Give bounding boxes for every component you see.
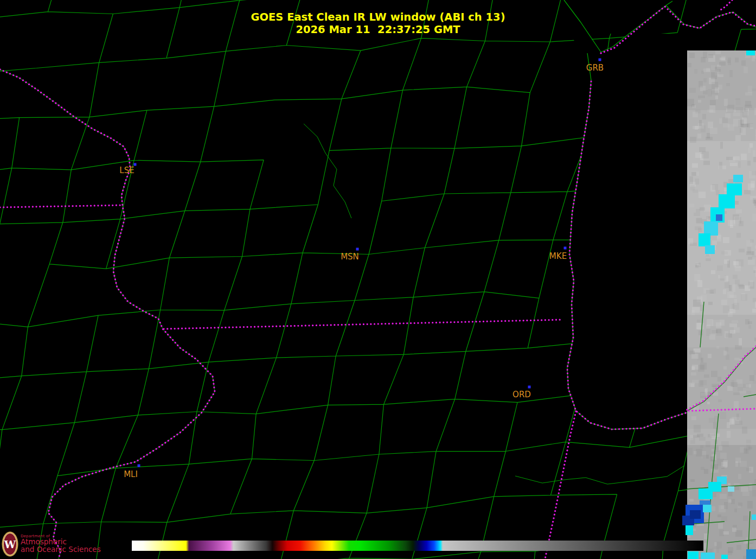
- satellite-map-canvas: GRBLSEMSNMKEORDMLI: [0, 0, 756, 559]
- station-marker-MSN: [356, 248, 359, 251]
- station-marker-GRB: [599, 59, 601, 61]
- cloud-deck: [682, 50, 756, 559]
- logo-name-line2: and Oceanic Sciences: [21, 546, 101, 554]
- station-marker-MLI: [138, 465, 140, 467]
- station-label-MKE: MKE: [549, 251, 567, 261]
- image-title: GOES East Clean IR LW window (ABI ch 13)…: [0, 11, 756, 36]
- map-background: [0, 0, 756, 559]
- station-label-MSN: MSN: [341, 252, 359, 262]
- ir-enhancement-colorbar: [132, 541, 703, 551]
- station-marker-ORD: [528, 386, 531, 389]
- station-label-ORD: ORD: [512, 390, 531, 399]
- uw-crest-icon: W: [2, 531, 18, 557]
- uw-aos-logo: W Department of Atmospheric and Oceanic …: [2, 531, 101, 557]
- title-line-2: 2026 Mar 11 22:37:25 GMT: [0, 23, 756, 36]
- satellite-viewer: GRBLSEMSNMKEORDMLI GOES East Clean IR LW…: [0, 0, 756, 559]
- svg-text:W: W: [4, 538, 16, 550]
- station-marker-MKE: [564, 247, 567, 250]
- station-label-MLI: MLI: [124, 469, 138, 479]
- title-line-1: GOES East Clean IR LW window (ABI ch 13): [0, 11, 756, 23]
- station-label-GRB: GRB: [586, 63, 604, 73]
- station-label-LSE: LSE: [119, 166, 134, 175]
